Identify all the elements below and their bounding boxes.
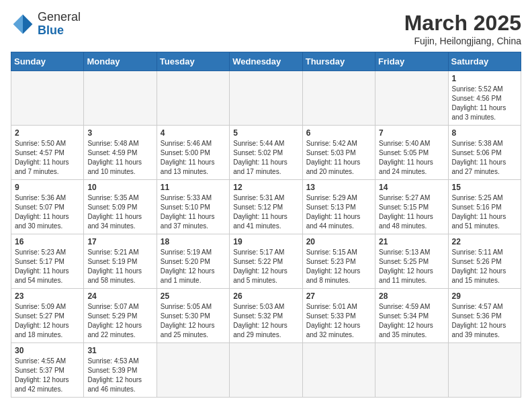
calendar-week-row: 1Sunrise: 5:52 AM Sunset: 4:56 PM Daylig…: [11, 71, 521, 126]
day-number: 29: [452, 291, 517, 301]
day-number: 26: [233, 291, 298, 301]
page-header: General Blue March 2025 Fujin, Heilongji…: [11, 11, 521, 46]
calendar-day-cell: 18Sunrise: 5:19 AM Sunset: 5:20 PM Dayli…: [157, 234, 229, 289]
day-info: Sunrise: 5:23 AM Sunset: 5:17 PM Dayligh…: [15, 248, 80, 285]
calendar-day-cell: 5Sunrise: 5:44 AM Sunset: 5:02 PM Daylig…: [230, 126, 302, 180]
weekday-header-sunday: Sunday: [11, 52, 84, 71]
day-number: 14: [379, 183, 444, 192]
day-info: Sunrise: 5:44 AM Sunset: 5:02 PM Dayligh…: [233, 139, 298, 177]
calendar-day-cell: 10Sunrise: 5:35 AM Sunset: 5:09 PM Dayli…: [84, 180, 157, 234]
calendar-day-cell: [157, 343, 229, 398]
day-number: 22: [452, 237, 517, 246]
day-info: Sunrise: 5:29 AM Sunset: 5:13 PM Dayligh…: [306, 193, 371, 231]
calendar-week-row: 23Sunrise: 5:09 AM Sunset: 5:27 PM Dayli…: [11, 289, 521, 343]
day-info: Sunrise: 5:05 AM Sunset: 5:30 PM Dayligh…: [161, 302, 226, 340]
calendar-week-row: 16Sunrise: 5:23 AM Sunset: 5:17 PM Dayli…: [11, 234, 521, 289]
calendar-day-cell: 29Sunrise: 4:57 AM Sunset: 5:36 PM Dayli…: [448, 289, 521, 343]
calendar-day-cell: 8Sunrise: 5:38 AM Sunset: 5:06 PM Daylig…: [448, 126, 521, 180]
day-number: 17: [87, 237, 152, 246]
day-info: Sunrise: 5:50 AM Sunset: 4:57 PM Dayligh…: [15, 139, 80, 177]
weekday-header-thursday: Thursday: [302, 52, 375, 71]
day-number: 18: [161, 237, 226, 246]
calendar-table: SundayMondayTuesdayWednesdayThursdayFrid…: [11, 52, 521, 398]
title-block: March 2025 Fujin, Heilongjiang, China: [404, 11, 521, 46]
svg-marker-2: [13, 24, 23, 34]
day-number: 1: [452, 74, 517, 83]
day-number: 24: [87, 291, 152, 301]
calendar-day-cell: 16Sunrise: 5:23 AM Sunset: 5:17 PM Dayli…: [11, 234, 84, 289]
calendar-day-cell: 12Sunrise: 5:31 AM Sunset: 5:12 PM Dayli…: [230, 180, 302, 234]
day-number: 31: [87, 346, 152, 355]
calendar-day-cell: 3Sunrise: 5:48 AM Sunset: 4:59 PM Daylig…: [84, 126, 157, 180]
day-info: Sunrise: 4:57 AM Sunset: 5:36 PM Dayligh…: [452, 302, 517, 340]
weekday-header-saturday: Saturday: [448, 52, 521, 71]
day-info: Sunrise: 5:25 AM Sunset: 5:16 PM Dayligh…: [452, 193, 517, 231]
calendar-week-row: 9Sunrise: 5:36 AM Sunset: 5:07 PM Daylig…: [11, 180, 521, 234]
logo-blue: Blue: [38, 24, 81, 38]
day-number: 15: [452, 183, 517, 192]
logo-icon: [11, 12, 35, 36]
calendar-day-cell: 17Sunrise: 5:21 AM Sunset: 5:19 PM Dayli…: [84, 234, 157, 289]
calendar-day-cell: 11Sunrise: 5:33 AM Sunset: 5:10 PM Dayli…: [157, 180, 229, 234]
day-number: 4: [161, 128, 226, 138]
calendar-day-cell: 2Sunrise: 5:50 AM Sunset: 4:57 PM Daylig…: [11, 126, 84, 180]
calendar-day-cell: 23Sunrise: 5:09 AM Sunset: 5:27 PM Dayli…: [11, 289, 84, 343]
calendar-day-cell: 1Sunrise: 5:52 AM Sunset: 4:56 PM Daylig…: [448, 71, 521, 126]
location: Fujin, Heilongjiang, China: [404, 36, 521, 46]
calendar-day-cell: [11, 71, 84, 126]
calendar-day-cell: 27Sunrise: 5:01 AM Sunset: 5:33 PM Dayli…: [302, 289, 375, 343]
day-number: 28: [379, 291, 444, 301]
weekday-header-row: SundayMondayTuesdayWednesdayThursdayFrid…: [11, 52, 521, 71]
svg-marker-3: [23, 24, 32, 34]
day-number: 16: [15, 237, 80, 246]
calendar-day-cell: [302, 343, 375, 398]
calendar-day-cell: 26Sunrise: 5:03 AM Sunset: 5:32 PM Dayli…: [230, 289, 302, 343]
calendar-week-row: 30Sunrise: 4:55 AM Sunset: 5:37 PM Dayli…: [11, 343, 521, 398]
day-number: 23: [15, 291, 80, 301]
calendar-day-cell: [302, 71, 375, 126]
calendar-day-cell: [230, 71, 302, 126]
calendar-day-cell: 20Sunrise: 5:15 AM Sunset: 5:23 PM Dayli…: [302, 234, 375, 289]
day-number: 6: [306, 128, 371, 138]
calendar-week-row: 2Sunrise: 5:50 AM Sunset: 4:57 PM Daylig…: [11, 126, 521, 180]
day-info: Sunrise: 5:33 AM Sunset: 5:10 PM Dayligh…: [161, 193, 226, 231]
day-info: Sunrise: 5:38 AM Sunset: 5:06 PM Dayligh…: [452, 139, 517, 177]
day-info: Sunrise: 5:52 AM Sunset: 4:56 PM Dayligh…: [452, 85, 517, 122]
logo: General Blue: [11, 11, 81, 38]
day-number: 27: [306, 291, 371, 301]
day-number: 19: [233, 237, 298, 246]
calendar-day-cell: [157, 71, 229, 126]
day-number: 5: [233, 128, 298, 138]
day-info: Sunrise: 5:01 AM Sunset: 5:33 PM Dayligh…: [306, 302, 371, 340]
day-info: Sunrise: 5:40 AM Sunset: 5:05 PM Dayligh…: [379, 139, 444, 177]
day-info: Sunrise: 5:46 AM Sunset: 5:00 PM Dayligh…: [161, 139, 226, 177]
weekday-header-wednesday: Wednesday: [230, 52, 302, 71]
calendar-day-cell: [375, 71, 448, 126]
day-info: Sunrise: 5:15 AM Sunset: 5:23 PM Dayligh…: [306, 248, 371, 285]
calendar-day-cell: [230, 343, 302, 398]
day-number: 9: [15, 183, 80, 192]
calendar-day-cell: 9Sunrise: 5:36 AM Sunset: 5:07 PM Daylig…: [11, 180, 84, 234]
month-title: March 2025: [404, 11, 521, 36]
day-info: Sunrise: 4:59 AM Sunset: 5:34 PM Dayligh…: [379, 302, 444, 340]
calendar-day-cell: 24Sunrise: 5:07 AM Sunset: 5:29 PM Dayli…: [84, 289, 157, 343]
calendar-day-cell: 19Sunrise: 5:17 AM Sunset: 5:22 PM Dayli…: [230, 234, 302, 289]
day-number: 20: [306, 237, 371, 246]
svg-marker-0: [23, 14, 32, 24]
day-info: Sunrise: 5:36 AM Sunset: 5:07 PM Dayligh…: [15, 193, 80, 231]
day-number: 10: [87, 183, 152, 192]
weekday-header-friday: Friday: [375, 52, 448, 71]
calendar-day-cell: [448, 343, 521, 398]
day-info: Sunrise: 5:48 AM Sunset: 4:59 PM Dayligh…: [87, 139, 152, 177]
calendar-day-cell: 22Sunrise: 5:11 AM Sunset: 5:26 PM Dayli…: [448, 234, 521, 289]
logo-text: General Blue: [38, 11, 81, 38]
calendar-day-cell: 31Sunrise: 4:53 AM Sunset: 5:39 PM Dayli…: [84, 343, 157, 398]
day-number: 8: [452, 128, 517, 138]
calendar-day-cell: 25Sunrise: 5:05 AM Sunset: 5:30 PM Dayli…: [157, 289, 229, 343]
day-info: Sunrise: 5:07 AM Sunset: 5:29 PM Dayligh…: [87, 302, 152, 340]
day-number: 21: [379, 237, 444, 246]
calendar-day-cell: [84, 71, 157, 126]
day-number: 2: [15, 128, 80, 138]
weekday-header-monday: Monday: [84, 52, 157, 71]
day-info: Sunrise: 5:17 AM Sunset: 5:22 PM Dayligh…: [233, 248, 298, 285]
